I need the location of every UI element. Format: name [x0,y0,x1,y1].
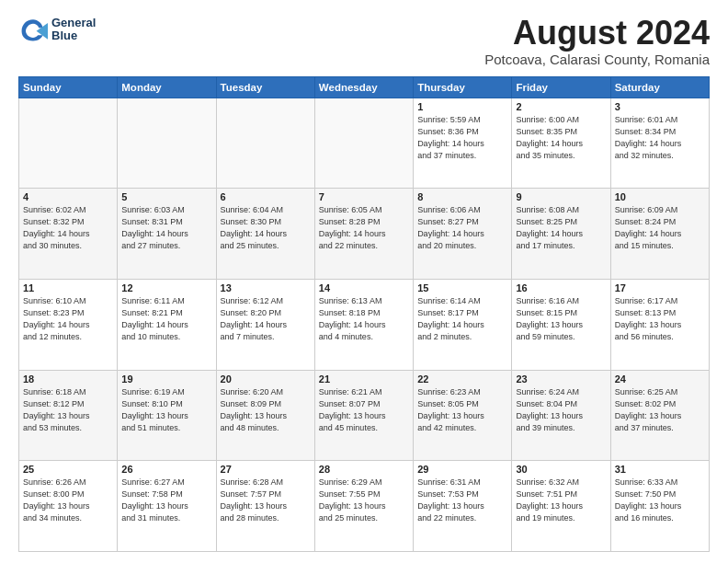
day-info: Sunrise: 6:28 AM Sunset: 7:57 PM Dayligh… [221,477,311,524]
day-info: Sunrise: 6:14 AM Sunset: 8:17 PM Dayligh… [417,295,507,343]
day-info: Sunrise: 6:17 AM Sunset: 8:13 PM Dayligh… [615,295,705,343]
day-number: 17 [615,282,705,293]
day-info: Sunrise: 6:10 AM Sunset: 8:23 PM Dayligh… [23,295,113,343]
subtitle: Potcoava, Calarasi County, Romania [484,52,710,67]
calendar-cell: 8Sunrise: 6:06 AM Sunset: 8:27 PM Daylig… [414,189,512,280]
day-info: Sunrise: 6:11 AM Sunset: 8:21 PM Dayligh… [121,295,211,343]
day-number: 9 [516,191,606,202]
day-number: 25 [23,464,113,475]
calendar-cell: 5Sunrise: 6:03 AM Sunset: 8:31 PM Daylig… [118,189,216,280]
day-number: 21 [319,373,409,385]
day-info: Sunrise: 6:26 AM Sunset: 8:00 PM Dayligh… [23,477,113,524]
day-number: 26 [121,464,211,475]
calendar-table: SundayMondayTuesdayWednesdayThursdayFrid… [18,76,710,552]
calendar-cell: 4Sunrise: 6:02 AM Sunset: 8:32 PM Daylig… [19,189,118,280]
weekday-header-thursday: Thursday [414,76,512,98]
calendar-cell: 2Sunrise: 6:00 AM Sunset: 8:35 PM Daylig… [512,98,610,189]
day-info: Sunrise: 6:08 AM Sunset: 8:25 PM Dayligh… [516,204,606,252]
day-number: 14 [319,282,409,293]
day-number: 12 [121,282,211,293]
day-number: 19 [121,373,211,385]
day-info: Sunrise: 6:06 AM Sunset: 8:27 PM Dayligh… [417,204,507,252]
day-info: Sunrise: 6:13 AM Sunset: 8:18 PM Dayligh… [319,295,409,343]
calendar-cell: 27Sunrise: 6:28 AM Sunset: 7:57 PM Dayli… [216,461,314,552]
day-number: 4 [23,191,113,202]
calendar-cell: 18Sunrise: 6:18 AM Sunset: 8:12 PM Dayli… [19,370,118,461]
calendar-cell: 23Sunrise: 6:24 AM Sunset: 8:04 PM Dayli… [512,370,610,461]
weekday-header-friday: Friday [512,76,610,98]
calendar-cell: 12Sunrise: 6:11 AM Sunset: 8:21 PM Dayli… [118,279,216,370]
day-number: 5 [121,191,211,202]
logo: General Blue [18,15,96,44]
day-number: 29 [417,464,507,475]
calendar-cell: 10Sunrise: 6:09 AM Sunset: 8:24 PM Dayli… [610,189,709,280]
calendar-cell: 6Sunrise: 6:04 AM Sunset: 8:30 PM Daylig… [216,189,314,280]
calendar-cell: 21Sunrise: 6:21 AM Sunset: 8:07 PM Dayli… [314,370,413,461]
calendar-cell: 7Sunrise: 6:05 AM Sunset: 8:28 PM Daylig… [314,189,413,280]
day-info: Sunrise: 6:16 AM Sunset: 8:15 PM Dayligh… [516,295,606,343]
calendar-week-row: 11Sunrise: 6:10 AM Sunset: 8:23 PM Dayli… [19,279,710,370]
day-number: 11 [23,282,113,293]
calendar-cell: 28Sunrise: 6:29 AM Sunset: 7:55 PM Dayli… [314,461,413,552]
day-info: Sunrise: 6:04 AM Sunset: 8:30 PM Dayligh… [221,204,311,252]
day-info: Sunrise: 6:18 AM Sunset: 8:12 PM Dayligh… [23,386,113,434]
calendar-cell: 29Sunrise: 6:31 AM Sunset: 7:53 PM Dayli… [414,461,512,552]
day-info: Sunrise: 6:00 AM Sunset: 8:35 PM Dayligh… [516,114,606,162]
calendar-week-row: 18Sunrise: 6:18 AM Sunset: 8:12 PM Dayli… [19,370,710,461]
calendar-cell: 15Sunrise: 6:14 AM Sunset: 8:17 PM Dayli… [414,279,512,370]
day-number: 13 [221,282,311,293]
calendar-cell [216,98,314,189]
calendar-page: General Blue August 2024 Potcoava, Calar… [0,0,728,563]
day-info: Sunrise: 6:21 AM Sunset: 8:07 PM Dayligh… [319,386,409,434]
calendar-cell: 22Sunrise: 6:23 AM Sunset: 8:05 PM Dayli… [414,370,512,461]
day-info: Sunrise: 6:25 AM Sunset: 8:02 PM Dayligh… [615,386,705,434]
calendar-week-row: 25Sunrise: 6:26 AM Sunset: 8:00 PM Dayli… [19,461,710,552]
logo-icon [18,15,48,44]
day-number: 16 [516,282,606,293]
day-number: 28 [319,464,409,475]
day-info: Sunrise: 6:29 AM Sunset: 7:55 PM Dayligh… [319,477,409,524]
weekday-header-sunday: Sunday [19,76,118,98]
calendar-cell: 9Sunrise: 6:08 AM Sunset: 8:25 PM Daylig… [512,189,610,280]
calendar-cell: 20Sunrise: 6:20 AM Sunset: 8:09 PM Dayli… [216,370,314,461]
day-number: 30 [516,464,606,475]
weekday-header-monday: Monday [118,76,216,98]
calendar-cell [314,98,413,189]
day-info: Sunrise: 6:03 AM Sunset: 8:31 PM Dayligh… [121,204,211,252]
day-info: Sunrise: 6:32 AM Sunset: 7:51 PM Dayligh… [516,477,606,524]
weekday-header-tuesday: Tuesday [216,76,314,98]
day-number: 24 [615,373,705,385]
day-number: 3 [615,101,705,112]
weekday-header-row: SundayMondayTuesdayWednesdayThursdayFrid… [19,76,710,98]
calendar-week-row: 4Sunrise: 6:02 AM Sunset: 8:32 PM Daylig… [19,189,710,280]
calendar-cell: 17Sunrise: 6:17 AM Sunset: 8:13 PM Dayli… [610,279,709,370]
day-number: 23 [516,373,606,385]
weekday-header-saturday: Saturday [610,76,709,98]
day-number: 7 [319,191,409,202]
weekday-header-wednesday: Wednesday [314,76,413,98]
calendar-cell: 3Sunrise: 6:01 AM Sunset: 8:34 PM Daylig… [610,98,709,189]
day-info: Sunrise: 6:33 AM Sunset: 7:50 PM Dayligh… [615,477,705,524]
calendar-cell: 30Sunrise: 6:32 AM Sunset: 7:51 PM Dayli… [512,461,610,552]
day-info: Sunrise: 6:12 AM Sunset: 8:20 PM Dayligh… [221,295,311,343]
calendar-cell: 1Sunrise: 5:59 AM Sunset: 8:36 PM Daylig… [414,98,512,189]
day-number: 18 [23,373,113,385]
day-number: 6 [221,191,311,202]
day-number: 27 [221,464,311,475]
day-number: 31 [615,464,705,475]
calendar-cell: 14Sunrise: 6:13 AM Sunset: 8:18 PM Dayli… [314,279,413,370]
calendar-cell [19,98,118,189]
calendar-week-row: 1Sunrise: 5:59 AM Sunset: 8:36 PM Daylig… [19,98,710,189]
header: General Blue August 2024 Potcoava, Calar… [18,15,710,67]
day-number: 22 [417,373,507,385]
day-info: Sunrise: 6:19 AM Sunset: 8:10 PM Dayligh… [121,386,211,434]
day-info: Sunrise: 6:05 AM Sunset: 8:28 PM Dayligh… [319,204,409,252]
calendar-cell: 11Sunrise: 6:10 AM Sunset: 8:23 PM Dayli… [19,279,118,370]
day-info: Sunrise: 6:24 AM Sunset: 8:04 PM Dayligh… [516,386,606,434]
day-number: 15 [417,282,507,293]
title-block: August 2024 Potcoava, Calarasi County, R… [484,15,710,67]
day-info: Sunrise: 6:01 AM Sunset: 8:34 PM Dayligh… [615,114,705,162]
day-number: 20 [221,373,311,385]
day-info: Sunrise: 6:09 AM Sunset: 8:24 PM Dayligh… [615,204,705,252]
day-number: 8 [417,191,507,202]
